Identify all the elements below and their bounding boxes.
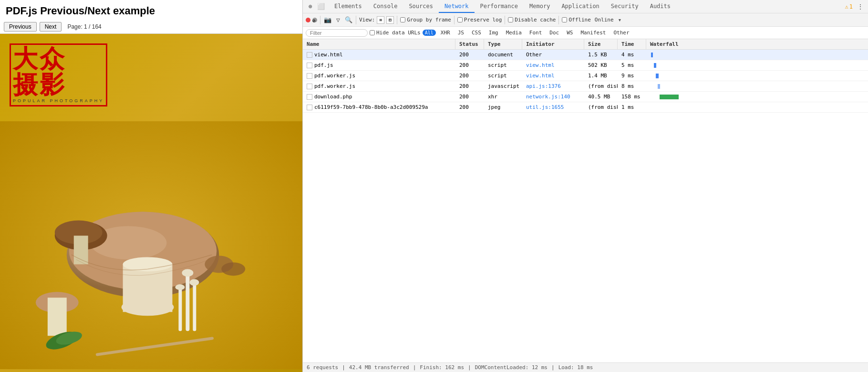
inspect-icon[interactable]: ⊕ xyxy=(306,2,315,11)
disable-cache-label[interactable]: Disable cache xyxy=(508,17,556,23)
pdf-controls: Previous Next Page: 1 / 164 xyxy=(0,20,302,34)
tab-performance[interactable]: Performance xyxy=(475,0,524,13)
more-options-icon[interactable]: ⋮ xyxy=(856,2,865,11)
offline-label[interactable]: Offline xyxy=(562,17,590,23)
col-header-size[interactable]: Size xyxy=(584,39,618,49)
left-panel: PDF.js Previous/Next example Previous Ne… xyxy=(0,0,303,372)
search-icon[interactable]: 🔍 xyxy=(344,16,353,24)
camera-icon[interactable]: 📷 xyxy=(323,16,332,24)
group-by-frame-label[interactable]: Group by frame xyxy=(400,17,451,23)
tab-network[interactable]: Network xyxy=(439,0,475,13)
filter-other[interactable]: Other xyxy=(610,28,632,38)
tab-console[interactable]: Console xyxy=(368,0,403,13)
row-type: script xyxy=(484,71,522,81)
row-name: download.php xyxy=(303,92,455,102)
tab-elements[interactable]: Elements xyxy=(329,0,368,13)
row-name: c6119f59-7bb9-478b-8b0b-a3c2d009529a xyxy=(303,102,455,112)
row-waterfall xyxy=(646,102,868,112)
row-initiator: Other xyxy=(522,50,584,60)
tab-sources[interactable]: Sources xyxy=(403,0,439,13)
filter-input[interactable] xyxy=(306,29,368,37)
divider-1 xyxy=(320,16,320,24)
logo-english: POPULAR PHOTOGRAPHY xyxy=(13,98,104,103)
devtools-toolbar: ⊕ ⬜ Elements Console Sources Network Per… xyxy=(303,0,868,13)
tab-application[interactable]: Application xyxy=(556,0,605,13)
tab-audits[interactable]: Audits xyxy=(644,0,676,13)
all-filter-badge[interactable]: All xyxy=(423,30,436,36)
previous-button[interactable]: Previous xyxy=(4,22,37,32)
row-waterfall xyxy=(646,71,868,81)
preserve-log-label[interactable]: Preserve log xyxy=(457,17,502,23)
filter-media[interactable]: Media xyxy=(503,28,525,38)
pdf-viewer: 大 众 摄 影 POPULAR PHOTOGRAPHY xyxy=(0,34,302,372)
table-row[interactable]: c6119f59-7bb9-478b-8b0b-a3c2d009529a 200… xyxy=(303,102,868,113)
row-time: 9 ms xyxy=(618,71,646,81)
warning-icon: ⚠ xyxy=(845,3,848,10)
hide-data-urls-label[interactable]: Hide data URLs xyxy=(370,30,421,36)
filter-doc[interactable]: Doc xyxy=(547,28,562,38)
col-header-initiator[interactable]: Initiator xyxy=(522,39,584,49)
row-time: 1 ms xyxy=(618,102,646,112)
table-row[interactable]: view.html 200 document Other 1.5 KB 4 ms xyxy=(303,50,868,60)
row-status: 200 xyxy=(455,60,484,70)
row-initiator: view.html xyxy=(522,71,584,81)
favicon-icon xyxy=(307,63,312,68)
col-header-status[interactable]: Status xyxy=(455,39,484,49)
logo-char-2: 众 xyxy=(40,47,64,72)
pdf-title: PDF.js Previous/Next example xyxy=(0,0,302,20)
table-row[interactable]: pdf.worker.js 200 script view.html 1.4 M… xyxy=(303,71,868,81)
col-header-waterfall[interactable]: Waterfall xyxy=(646,39,868,49)
col-header-type[interactable]: Type xyxy=(484,39,522,49)
view-grid-icon[interactable]: ⊞ xyxy=(386,16,394,24)
filter-img[interactable]: Img xyxy=(486,28,501,38)
clear-button[interactable]: ⊘ xyxy=(312,18,317,22)
divider-2 xyxy=(356,16,356,24)
throttle-dropdown-icon[interactable]: ▾ xyxy=(616,16,624,24)
filter-manifest[interactable]: Manifest xyxy=(578,28,609,38)
col-header-name[interactable]: Name xyxy=(303,39,455,49)
logo-char-4: 影 xyxy=(40,73,64,97)
filter-icon[interactable]: ▽ xyxy=(334,16,342,24)
table-row[interactable]: pdf.worker.js 200 javascript api.js:1376… xyxy=(303,81,868,92)
row-type: jpeg xyxy=(484,102,522,112)
svg-point-13 xyxy=(189,279,199,286)
svg-point-11 xyxy=(182,269,193,276)
tab-security[interactable]: Security xyxy=(605,0,644,13)
group-by-frame-checkbox[interactable] xyxy=(400,17,405,22)
hide-data-urls-checkbox[interactable] xyxy=(370,30,375,35)
filter-font[interactable]: Font xyxy=(527,28,545,38)
favicon-icon xyxy=(307,84,312,89)
col-header-time[interactable]: Time xyxy=(618,39,646,49)
disable-cache-checkbox[interactable] xyxy=(508,17,513,22)
logo-char-1: 大 xyxy=(13,47,38,72)
svg-rect-17 xyxy=(48,298,67,336)
row-waterfall xyxy=(646,50,868,60)
table-row[interactable]: download.php 200 xhr network.js:140 40.5… xyxy=(303,92,868,102)
offline-checkbox[interactable] xyxy=(562,17,567,22)
row-size: 40.5 MB xyxy=(584,92,618,102)
filter-css[interactable]: CSS xyxy=(469,28,484,38)
record-button[interactable] xyxy=(306,18,310,22)
filter-js[interactable]: JS xyxy=(455,28,467,38)
logo-char-3: 摄 xyxy=(13,73,38,97)
tab-memory[interactable]: Memory xyxy=(524,0,556,13)
online-label: Online xyxy=(595,17,614,23)
filter-ws[interactable]: WS xyxy=(564,28,576,38)
favicon-icon xyxy=(307,105,312,110)
row-type: javascript xyxy=(484,81,522,91)
divider-3 xyxy=(397,16,397,24)
row-status: 200 xyxy=(455,81,484,91)
preserve-log-checkbox[interactable] xyxy=(457,17,463,22)
device-toggle-icon[interactable]: ⬜ xyxy=(316,2,326,11)
devtools-tabs: Elements Console Sources Network Perform… xyxy=(329,0,676,13)
view-list-icon[interactable]: ≡ xyxy=(377,16,384,24)
status-requests: 6 requests xyxy=(307,364,338,371)
row-waterfall xyxy=(646,81,868,91)
row-size: 1.4 MB xyxy=(584,71,618,81)
table-row[interactable]: pdf.js 200 script view.html 502 KB 5 ms xyxy=(303,60,868,71)
next-button[interactable]: Next xyxy=(40,22,62,32)
row-waterfall xyxy=(646,60,868,70)
filter-xhr[interactable]: XHR xyxy=(438,28,453,38)
divider-6 xyxy=(558,16,559,24)
row-status: 200 xyxy=(455,71,484,81)
